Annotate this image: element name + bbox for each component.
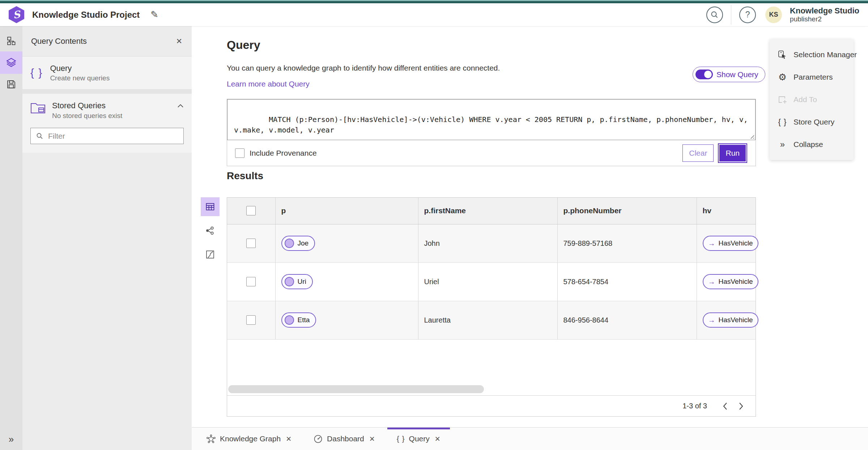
- cell-phonenumber: 578-654-7854: [557, 262, 697, 301]
- collapse-section-button[interactable]: [177, 104, 184, 108]
- project-title: Knowledge Studio Project: [32, 10, 140, 20]
- panel-title: Query Contents: [31, 37, 176, 46]
- filter-search-icon: [36, 132, 44, 140]
- filter-input[interactable]: [48, 132, 178, 140]
- show-query-toggle[interactable]: Show Query: [693, 67, 765, 82]
- table-row: Uri Uriel 578-654-7854 →HasVehicle: [227, 262, 756, 301]
- row-checkbox[interactable]: [246, 315, 256, 325]
- learn-more-link[interactable]: Learn more about Query: [227, 80, 310, 88]
- close-tab-icon[interactable]: ✕: [286, 435, 292, 443]
- results-view-switcher: [201, 197, 220, 264]
- dashboard-gauge-icon: [313, 434, 323, 444]
- header-divider: [731, 5, 731, 25]
- chevron-left-icon: [723, 402, 728, 410]
- table-view-icon: [205, 202, 215, 212]
- knowledge-studio-app: S Knowledge Studio Project ✎ ? KS Knowle…: [0, 0, 868, 450]
- close-panel-icon[interactable]: ✕: [176, 37, 182, 46]
- selection-manager-icon: [778, 50, 787, 60]
- logo-glyph: S: [12, 9, 21, 21]
- user-info: Knowledge Studio publisher2: [790, 7, 859, 23]
- arrow-right-icon: →: [708, 240, 715, 247]
- node-icon: [285, 277, 294, 286]
- table-view-button[interactable]: [201, 197, 220, 216]
- results-table-card: p p.firstName p.phoneNumber hv Joe John …: [227, 197, 756, 417]
- table-header-row: p p.firstName p.phoneNumber hv: [227, 198, 756, 224]
- parameters-label: Parameters: [793, 73, 833, 81]
- close-tab-icon[interactable]: ✕: [369, 435, 375, 443]
- save-rail-button[interactable]: [0, 74, 22, 95]
- store-query-item[interactable]: { } Store Query: [770, 111, 854, 133]
- user-avatar[interactable]: KS: [765, 7, 782, 23]
- stored-queries-folder-icon: [30, 101, 46, 114]
- user-name: publisher2: [790, 15, 859, 23]
- edit-project-title-icon[interactable]: ✎: [150, 9, 158, 20]
- tab-query[interactable]: { } Query ✕: [387, 428, 450, 450]
- save-icon: [6, 79, 16, 89]
- query-rail-button[interactable]: [0, 51, 22, 74]
- clear-button[interactable]: Clear: [682, 144, 714, 162]
- tab-dashboard[interactable]: Dashboard ✕: [304, 428, 384, 450]
- tab-label: Knowledge Graph: [220, 434, 281, 443]
- row-checkbox[interactable]: [246, 277, 256, 286]
- tab-knowledge-graph[interactable]: Knowledge Graph ✕: [197, 428, 301, 450]
- collapse-item[interactable]: » Collapse: [770, 133, 854, 156]
- help-button[interactable]: ?: [739, 7, 756, 23]
- next-page-button[interactable]: [733, 398, 749, 414]
- query-text: MATCH (p:Person)-[hv:HasVehicle]->(v:Veh…: [234, 115, 752, 134]
- graph-view-button[interactable]: [201, 221, 220, 240]
- query-contents-panel: Query Contents ✕ { } Query Create new qu…: [22, 26, 192, 450]
- query-item-text: Query Create new queries: [50, 64, 110, 82]
- close-tab-icon[interactable]: ✕: [435, 435, 441, 443]
- table-footer: 1-3 of 3: [227, 395, 756, 416]
- relationship-pill[interactable]: →HasVehicle: [703, 312, 758, 328]
- add-to-item: Add To: [770, 88, 854, 111]
- gear-icon: ⚙: [778, 72, 787, 83]
- cell-firstname: Uriel: [418, 262, 557, 301]
- run-button[interactable]: Run: [719, 145, 746, 161]
- data-model-rail-button[interactable]: [0, 30, 22, 51]
- column-header-phonenumber: p.phoneNumber: [557, 198, 697, 224]
- entity-node-pill[interactable]: Etta: [281, 312, 316, 328]
- node-icon: [285, 239, 294, 248]
- stored-queries-header[interactable]: Stored Queries No stored queries exist: [30, 101, 184, 120]
- bottom-tab-bar: Knowledge Graph ✕ Dashboard ✕ { } Query …: [192, 427, 868, 450]
- query-list-item[interactable]: { } Query Create new queries: [22, 56, 192, 89]
- map-view-button[interactable]: [201, 245, 220, 264]
- query-tab-braces-icon: { }: [397, 434, 405, 443]
- tab-label: Query: [409, 434, 430, 443]
- relationship-label: HasVehicle: [719, 316, 753, 324]
- column-header-p: p: [275, 198, 418, 224]
- expand-panel-icon[interactable]: »: [9, 434, 14, 445]
- resize-handle[interactable]: [749, 134, 754, 139]
- hierarchy-icon: [6, 36, 16, 46]
- node-label: Uri: [298, 278, 306, 286]
- relationship-pill[interactable]: →HasVehicle: [703, 236, 758, 251]
- page-title: Query: [227, 38, 260, 52]
- parameters-item[interactable]: ⚙ Parameters: [770, 66, 854, 88]
- store-query-braces-icon: { }: [778, 117, 787, 127]
- query-textarea[interactable]: MATCH (p:Person)-[hv:HasVehicle]->(v:Veh…: [227, 99, 756, 140]
- search-icon: [710, 10, 719, 20]
- collapse-panel-icon: »: [778, 139, 787, 150]
- select-all-checkbox[interactable]: [246, 206, 256, 215]
- entity-node-pill[interactable]: Uri: [281, 274, 313, 289]
- horizontal-scrollbar-thumb[interactable]: [228, 385, 484, 393]
- graph-view-icon: [205, 226, 215, 236]
- previous-page-button[interactable]: [717, 398, 733, 414]
- row-checkbox[interactable]: [246, 239, 256, 248]
- selection-manager-item[interactable]: Selection Manager: [770, 43, 854, 66]
- cell-firstname: John: [418, 224, 557, 262]
- add-to-icon: [778, 95, 787, 105]
- toggle-knob: [704, 71, 712, 78]
- page-description: You can query a knowledge graph to ident…: [227, 64, 500, 72]
- cell-phonenumber: 759-889-57168: [557, 224, 697, 262]
- app-header: S Knowledge Studio Project ✎ ? KS Knowle…: [0, 3, 868, 26]
- search-button[interactable]: [706, 7, 723, 23]
- relationship-pill[interactable]: →HasVehicle: [703, 274, 758, 289]
- results-table: p p.firstName p.phoneNumber hv Joe John …: [227, 198, 756, 340]
- product-name: Knowledge Studio: [790, 7, 859, 16]
- tab-label: Dashboard: [327, 434, 364, 443]
- entity-node-pill[interactable]: Joe: [281, 236, 315, 251]
- panel-header: Query Contents ✕: [22, 26, 192, 56]
- layers-icon: [6, 58, 16, 68]
